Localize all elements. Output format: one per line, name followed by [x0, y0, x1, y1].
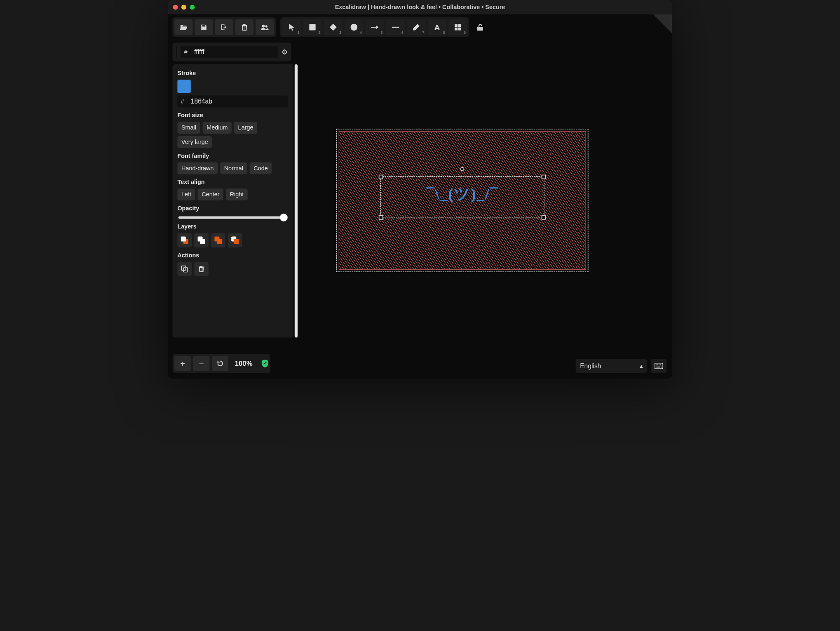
- tool-arrow[interactable]: 5: [365, 19, 384, 35]
- circle-icon: [350, 24, 357, 31]
- svg-rect-15: [656, 367, 657, 367]
- tool-text[interactable]: A8: [428, 19, 447, 35]
- bring-to-front-icon: [231, 237, 239, 244]
- resize-handle-nw[interactable]: [379, 175, 383, 179]
- svg-rect-2: [309, 24, 316, 31]
- textalign-right[interactable]: Right: [226, 188, 248, 200]
- hash-label: #: [181, 46, 191, 58]
- properties-scrollbar[interactable]: [293, 64, 298, 337]
- svg-rect-12: [657, 365, 658, 365]
- zoom-out-button[interactable]: −: [193, 356, 210, 371]
- svg-rect-17: [661, 367, 662, 367]
- svg-rect-10: [655, 363, 663, 369]
- line-icon: [392, 26, 399, 28]
- shape-tools-group: 1 2 3 4 5 6 7 A8 9: [280, 17, 469, 37]
- background-hex-input[interactable]: [191, 46, 278, 58]
- rotate-handle-icon[interactable]: [460, 167, 465, 171]
- fontsize-label: Font size: [177, 112, 288, 119]
- folder-open-icon: [180, 24, 187, 31]
- encryption-shield-icon[interactable]: [261, 360, 268, 367]
- svg-point-3: [350, 24, 357, 31]
- chevron-up-icon: ▴: [640, 362, 643, 370]
- svg-rect-11: [656, 365, 657, 365]
- stroke-hash: #: [177, 96, 187, 108]
- export-icon: [221, 24, 228, 31]
- svg-point-1: [265, 25, 267, 27]
- send-backward-icon: [198, 237, 205, 244]
- tool-diamond[interactable]: 3: [324, 19, 343, 35]
- zoom-in-button[interactable]: +: [174, 356, 191, 371]
- app-window: Excalidraw | Hand-drawn look & feel • Co…: [168, 0, 672, 379]
- svg-rect-5: [458, 24, 461, 27]
- tool-draw[interactable]: 7: [407, 19, 426, 35]
- text-icon: A: [434, 23, 440, 32]
- minus-icon: −: [199, 359, 204, 368]
- resize-handle-ne[interactable]: [542, 175, 546, 179]
- trash-icon: [241, 24, 248, 31]
- opacity-slider[interactable]: [178, 216, 287, 219]
- titlebar: Excalidraw | Hand-drawn look & feel • Co…: [168, 0, 672, 14]
- fontfamily-handdrawn[interactable]: Hand-drawn: [177, 162, 218, 174]
- tool-selection[interactable]: 1: [282, 19, 301, 35]
- stroke-hex-input[interactable]: [187, 96, 288, 108]
- duplicate-icon: [181, 266, 188, 273]
- fontsize-small[interactable]: Small: [177, 122, 200, 134]
- layer-send-to-back[interactable]: [177, 233, 192, 247]
- collaborate-button[interactable]: [256, 19, 274, 35]
- slider-thumb-icon[interactable]: [280, 214, 288, 221]
- diamond-icon: [330, 24, 337, 31]
- resize-handle-se[interactable]: [542, 215, 546, 220]
- cursor-icon: [289, 24, 294, 31]
- textalign-left[interactable]: Left: [177, 188, 195, 200]
- layer-send-backward[interactable]: [194, 233, 209, 247]
- reset-zoom-button[interactable]: [212, 356, 228, 371]
- arrow-right-icon: [371, 25, 379, 29]
- resize-handle-sw[interactable]: [379, 215, 383, 220]
- grid-icon: [455, 24, 461, 31]
- background-swatch[interactable]: [176, 46, 178, 58]
- bring-forward-icon: [214, 237, 222, 244]
- app-content: 1 2 3 4 5 6 7 A8 9 # ⚙ Stroke: [168, 14, 672, 379]
- delete-button[interactable]: [194, 262, 209, 276]
- zoom-level[interactable]: 100%: [231, 360, 256, 367]
- export-button[interactable]: [215, 19, 233, 35]
- stroke-swatch[interactable]: [177, 80, 190, 93]
- layers-label: Layers: [177, 223, 288, 230]
- duplicate-button[interactable]: [177, 262, 192, 276]
- text-element[interactable]: ¯\_(ツ)_/¯: [385, 183, 539, 205]
- svg-rect-4: [455, 24, 458, 27]
- send-to-back-icon: [181, 237, 188, 244]
- language-label: English: [580, 362, 601, 370]
- properties-panel: Stroke # Font size Small Medium Large Ve…: [172, 64, 298, 337]
- canvas-selection[interactable]: ¯\_(ツ)_/¯: [336, 129, 589, 272]
- tool-library[interactable]: 9: [448, 19, 467, 35]
- square-icon: [309, 24, 316, 31]
- fontfamily-code[interactable]: Code: [250, 162, 272, 174]
- fontfamily-normal[interactable]: Normal: [220, 162, 247, 174]
- shortcuts-button[interactable]: [651, 359, 666, 373]
- layer-bring-forward[interactable]: [211, 233, 225, 247]
- fontsize-large[interactable]: Large: [234, 122, 257, 134]
- fontsize-very-large[interactable]: Very large: [177, 136, 212, 148]
- file-actions-group: [172, 17, 276, 37]
- footer-right: English ▴: [575, 359, 666, 373]
- gear-icon: ⚙: [282, 48, 288, 56]
- tool-line[interactable]: 6: [386, 19, 405, 35]
- fontsize-medium[interactable]: Medium: [203, 122, 232, 134]
- svg-rect-14: [660, 365, 661, 365]
- clear-canvas-button[interactable]: [235, 19, 253, 35]
- canvas-background-panel: # ⚙: [172, 42, 291, 61]
- svg-rect-13: [659, 365, 659, 365]
- tool-rectangle[interactable]: 2: [303, 19, 322, 35]
- tool-ellipse[interactable]: 4: [345, 19, 364, 35]
- layer-bring-to-front[interactable]: [228, 233, 242, 247]
- users-icon: [261, 24, 269, 30]
- lock-icon[interactable]: [477, 24, 484, 31]
- open-button[interactable]: [174, 19, 192, 35]
- save-button[interactable]: [195, 19, 213, 35]
- svg-rect-6: [455, 28, 458, 31]
- language-select[interactable]: English ▴: [575, 359, 647, 373]
- svg-rect-7: [458, 28, 461, 31]
- settings-button[interactable]: ⚙: [282, 46, 288, 58]
- textalign-center[interactable]: Center: [198, 188, 223, 200]
